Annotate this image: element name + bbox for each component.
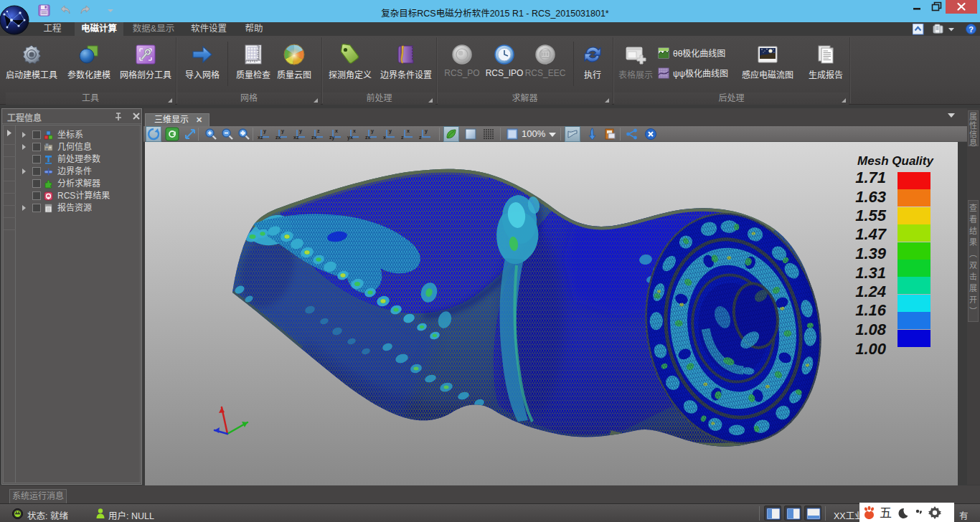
svg-text:x: x [407, 128, 410, 133]
svg-text:y: y [263, 128, 266, 134]
svg-text:x: x [335, 128, 338, 133]
svg-text:五: 五 [880, 506, 892, 520]
svg-text:yx: yx [347, 135, 353, 141]
svg-text:x: x [383, 135, 386, 140]
svg-text:x: x [353, 128, 356, 133]
svg-text:y: y [371, 128, 374, 134]
svg-text:y: y [281, 128, 284, 134]
svg-text:zx: zx [365, 135, 371, 140]
svg-text:xz: xz [258, 135, 263, 140]
svg-text:xz: xz [293, 135, 299, 140]
svg-text:zx: zx [311, 135, 317, 140]
svg-text:y: y [389, 128, 392, 134]
svg-text:y: y [299, 128, 302, 134]
svg-text:z: z [317, 128, 320, 133]
svg-text:y: y [425, 128, 428, 134]
svg-text:zx: zx [275, 135, 281, 140]
svg-text:?: ? [969, 25, 974, 34]
svg-text:z: z [419, 135, 422, 140]
svg-text:z: z [401, 135, 404, 140]
svg-text:zy: zy [329, 135, 335, 141]
